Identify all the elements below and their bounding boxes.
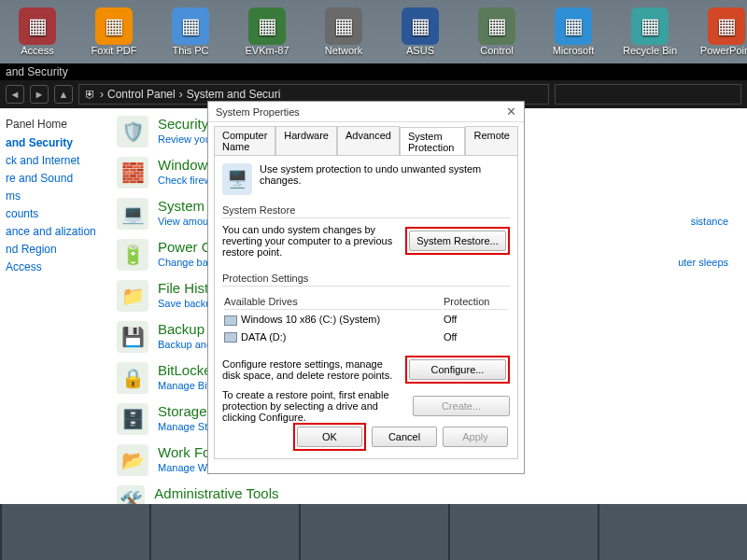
breadcrumb-icon: ⛨ bbox=[85, 88, 96, 101]
category-icon: 🔒 bbox=[117, 362, 148, 394]
desktop-icon[interactable]: ▦PowerPoint bbox=[698, 7, 747, 56]
configure-text: Configure restore settings, manage disk … bbox=[222, 358, 398, 381]
desktop-icon-label: EVKm-87 bbox=[245, 45, 289, 56]
cp-sublink[interactable]: Free up disk space bbox=[154, 503, 241, 504]
breadcrumb-item[interactable]: Control Panel bbox=[107, 88, 176, 101]
app-icon: ▦ bbox=[19, 7, 56, 45]
desktop-icon[interactable]: ▦Microsoft bbox=[545, 7, 601, 56]
apply-button: Apply bbox=[443, 427, 508, 447]
sidebar-item[interactable]: re and Sound bbox=[6, 172, 102, 185]
app-icon: ▦ bbox=[95, 7, 133, 45]
sidebar-item[interactable]: ance and alization bbox=[6, 225, 102, 238]
breadcrumb-item[interactable]: System and Securi bbox=[187, 88, 281, 101]
app-icon: ▦ bbox=[325, 7, 362, 45]
ok-button[interactable]: OK bbox=[297, 427, 362, 447]
protection-icon: 🖥️ bbox=[222, 163, 252, 195]
app-icon: ▦ bbox=[631, 7, 669, 45]
desktop-icon-label: ASUS bbox=[406, 45, 434, 56]
drive-cell: Windows 10 x86 (C:) (System) bbox=[224, 312, 442, 328]
drive-icon bbox=[224, 315, 237, 326]
restore-text: You can undo system changes by reverting… bbox=[222, 224, 398, 258]
sidebar-item[interactable]: Access bbox=[6, 260, 102, 273]
desktop-icon-label: This PC bbox=[172, 45, 208, 56]
system-restore-button[interactable]: System Restore... bbox=[409, 231, 506, 251]
sidebar-item[interactable]: ck and Internet bbox=[6, 154, 102, 167]
cancel-button[interactable]: Cancel bbox=[372, 427, 437, 447]
category: 🛠️Administrative ToolsFree up disk space… bbox=[117, 485, 738, 504]
desktop-icon[interactable]: ▦Control bbox=[469, 7, 525, 56]
system-restore-group: System Restore You can undo system chang… bbox=[222, 204, 510, 263]
desktop-icon[interactable]: ▦This PC bbox=[162, 7, 218, 56]
desktop-icon-label: PowerPoint bbox=[700, 45, 747, 56]
table-row[interactable]: DATA (D:)Off bbox=[224, 329, 508, 345]
category-icon: 🛡️ bbox=[117, 116, 148, 147]
app-icon: ▦ bbox=[172, 7, 209, 45]
desktop-icon-label: Foxit PDF bbox=[92, 45, 137, 56]
cp-search[interactable] bbox=[555, 84, 741, 105]
nav-back-button[interactable]: ◄ bbox=[6, 85, 24, 104]
dialog-body: 🖥️ Use system protection to undo unwante… bbox=[214, 155, 518, 459]
dialog-tab[interactable]: Remote bbox=[465, 126, 518, 155]
desktop-icons: ▦Access▦Foxit PDF▦This PC▦EVKm-87▦Networ… bbox=[9, 7, 747, 56]
desktop-icon-label: Recycle Bin bbox=[623, 45, 677, 56]
col-header: Protection bbox=[444, 294, 508, 310]
desktop-icon[interactable]: ▦Network bbox=[316, 7, 372, 56]
desktop-icon-label: Control bbox=[480, 45, 513, 56]
create-text: To create a restore point, first enable … bbox=[222, 389, 405, 423]
dialog-intro: Use system protection to undo unwanted s… bbox=[260, 163, 510, 186]
protection-cell: Off bbox=[444, 312, 508, 328]
desktop-icon[interactable]: ▦ASUS bbox=[392, 7, 448, 56]
dialog-tab[interactable]: System Protection bbox=[400, 127, 466, 156]
cp-sidebar-home[interactable]: Panel Home bbox=[6, 118, 102, 131]
close-icon[interactable]: ✕ bbox=[506, 105, 516, 119]
sidebar-item[interactable]: ms bbox=[6, 189, 102, 203]
cp-sublink[interactable]: Create and format hard disk partitions bbox=[452, 503, 624, 504]
sidebar-item[interactable]: counts bbox=[6, 207, 102, 220]
highlight: OK bbox=[293, 423, 366, 451]
app-icon: ▦ bbox=[708, 7, 745, 45]
dialog-tabs: Computer NameHardwareAdvancedSystem Prot… bbox=[208, 122, 524, 155]
cp-sublink[interactable]: Defragment and optimize your drives bbox=[262, 503, 430, 504]
dialog-tab[interactable]: Advanced bbox=[337, 126, 400, 155]
col-header: Available Drives bbox=[224, 294, 442, 310]
app-icon: ▦ bbox=[402, 7, 439, 45]
cp-titlebar: and Security bbox=[0, 63, 747, 80]
app-icon: ▦ bbox=[478, 7, 515, 45]
category-title[interactable]: Administrative Tools bbox=[154, 485, 738, 501]
category-icon: 🔋 bbox=[117, 239, 148, 271]
desktop-icon[interactable]: ▦EVKm-87 bbox=[239, 7, 295, 56]
sidebar-item[interactable]: and Security bbox=[6, 136, 102, 149]
group-legend: System Restore bbox=[222, 204, 510, 218]
cp-sublink[interactable]: View event logs bbox=[645, 503, 717, 504]
desktop-icon-label: Network bbox=[325, 45, 362, 56]
dialog-buttons: OK Cancel Apply bbox=[293, 423, 508, 451]
protection-cell: Off bbox=[444, 329, 508, 345]
category-icon: 🧱 bbox=[117, 157, 148, 189]
desktop-icon[interactable]: ▦Foxit PDF bbox=[86, 7, 142, 56]
desktop-icon[interactable]: ▦Recycle Bin bbox=[622, 7, 678, 56]
category-icon: 🛠️ bbox=[117, 485, 145, 504]
drive-icon bbox=[224, 332, 237, 343]
group-legend: Protection Settings bbox=[222, 273, 510, 287]
highlight: Configure... bbox=[405, 356, 510, 384]
dialog-tab[interactable]: Computer Name bbox=[214, 126, 275, 155]
system-properties-dialog: System Properties ✕ Computer NameHardwar… bbox=[207, 101, 525, 474]
category-icon: 📁 bbox=[117, 280, 148, 312]
desktop-icon[interactable]: ▦Access bbox=[9, 7, 65, 56]
category-icon: 💻 bbox=[117, 198, 148, 230]
drives-table[interactable]: Available Drives Protection Windows 10 x… bbox=[222, 292, 510, 346]
cp-sidebar: Panel Home and Securityck and Internetre… bbox=[0, 108, 107, 504]
nav-up-button[interactable]: ▲ bbox=[54, 85, 73, 104]
configure-button[interactable]: Configure... bbox=[409, 359, 506, 380]
table-row[interactable]: Windows 10 x86 (C:) (System)Off bbox=[224, 312, 508, 328]
drive-cell: DATA (D:) bbox=[224, 329, 442, 345]
create-button: Create... bbox=[413, 396, 510, 416]
category-icon: 📂 bbox=[117, 444, 148, 476]
highlight: System Restore... bbox=[405, 227, 510, 255]
sidebar-item[interactable]: nd Region bbox=[6, 243, 102, 256]
dialog-tab[interactable]: Hardware bbox=[275, 126, 337, 155]
dialog-titlebar: System Properties ✕ bbox=[208, 102, 524, 122]
app-icon: ▦ bbox=[248, 7, 286, 45]
app-icon: ▦ bbox=[555, 7, 592, 45]
nav-fwd-button[interactable]: ► bbox=[30, 85, 49, 104]
